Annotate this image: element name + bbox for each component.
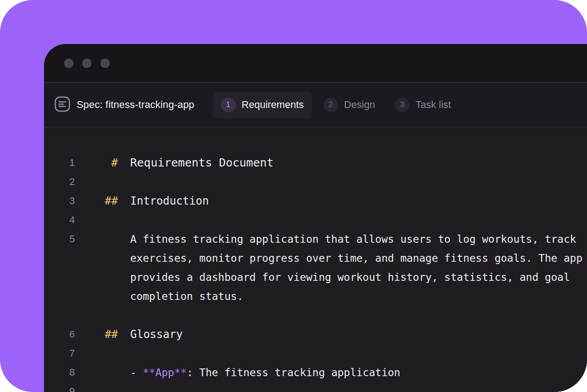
spec-tabs: 1Requirements2Design3Task list <box>213 92 460 118</box>
window-titlebar <box>44 44 587 83</box>
markdown-heading-hash <box>75 382 118 392</box>
editor-line: provides a dashboard for viewing workout… <box>44 268 587 287</box>
markdown-heading-hash <box>75 363 118 382</box>
tab-label: Task list <box>416 99 451 111</box>
line-number: 1 <box>44 153 75 172</box>
line-number <box>44 268 75 287</box>
line-number: 9 <box>44 382 75 392</box>
line-text: completion status. <box>118 287 587 306</box>
window-dot[interactable] <box>64 59 73 68</box>
text-segment: Glossary <box>130 328 183 341</box>
markdown-heading-hash <box>75 344 118 363</box>
spec-header: Spec: fitness-tracking-app 1Requirements… <box>44 83 587 127</box>
purple-frame: Spec: fitness-tracking-app 1Requirements… <box>0 0 587 392</box>
editor-line: exercises, monitor progress over time, a… <box>44 249 587 268</box>
line-number: 7 <box>44 344 75 363</box>
line-text <box>118 211 587 230</box>
editor-line: 2 <box>44 172 587 191</box>
editor-line: completion status. <box>44 287 587 306</box>
markdown-editor[interactable]: 1#Requirements Document23##Introduction4… <box>44 127 587 392</box>
editor-line: 3##Introduction <box>44 191 587 211</box>
markdown-heading-hash: ## <box>75 191 118 211</box>
text-segment: Introduction <box>130 195 209 207</box>
line-text: exercises, monitor progress over time, a… <box>118 249 587 268</box>
line-text <box>118 306 587 325</box>
line-text: - **App**: The fitness tracking applicat… <box>118 363 587 382</box>
text-segment: Requirements Document <box>130 156 274 169</box>
text-segment: exercises, monitor progress over time, a… <box>130 252 582 264</box>
tab-number-badge: 2 <box>323 98 338 113</box>
line-number: 2 <box>44 172 75 191</box>
line-text: Introduction <box>118 191 587 211</box>
line-text <box>118 382 587 392</box>
tab-label: Requirements <box>242 99 304 111</box>
markdown-heading-hash <box>75 268 118 287</box>
line-number: 3 <box>44 191 75 211</box>
line-number: 8 <box>44 363 75 382</box>
markdown-heading-hash <box>75 249 118 268</box>
text-segment: provides a dashboard for viewing workout… <box>130 271 570 283</box>
markdown-heading-hash: ## <box>75 325 118 344</box>
tab-requirements[interactable]: 1Requirements <box>213 92 312 118</box>
spec-title: Spec: fitness-tracking-app <box>77 99 195 111</box>
text-segment: A fitness tracking application that allo… <box>130 233 576 245</box>
markdown-heading-hash: # <box>75 153 118 172</box>
line-number: 4 <box>44 211 75 230</box>
line-text <box>118 172 587 191</box>
editor-line <box>44 306 587 325</box>
line-number: 5 <box>44 230 75 249</box>
markdown-heading-hash <box>75 230 118 249</box>
window-dot[interactable] <box>82 59 92 68</box>
line-number <box>44 287 75 306</box>
line-number: 6 <box>44 325 75 344</box>
markdown-heading-hash <box>75 172 118 191</box>
tab-number-badge: 1 <box>221 98 236 113</box>
line-text: Requirements Document <box>118 153 587 172</box>
line-text: Glossary <box>118 325 587 344</box>
markdown-syntax: ** <box>174 367 187 378</box>
text-segment: completion status. <box>130 290 243 302</box>
editor-line: 4 <box>44 211 587 230</box>
editor-line: 6##Glossary <box>44 325 587 344</box>
editor-line: 9 <box>44 382 587 392</box>
markdown-syntax: ** <box>143 367 156 378</box>
text-segment: - <box>130 367 143 378</box>
spec-window: Spec: fitness-tracking-app 1Requirements… <box>44 44 587 392</box>
editor-line: 7 <box>44 344 587 363</box>
tab-task-list[interactable]: 3Task list <box>386 92 459 118</box>
bold-term: App <box>155 367 174 378</box>
markdown-heading-hash <box>75 287 118 306</box>
line-text: provides a dashboard for viewing workout… <box>118 268 587 287</box>
tab-label: Design <box>344 99 375 111</box>
line-text <box>118 344 587 363</box>
spec-document-icon <box>54 96 70 114</box>
line-number <box>44 249 75 268</box>
markdown-heading-hash <box>75 211 118 230</box>
line-text: A fitness tracking application that allo… <box>118 230 587 249</box>
editor-line: 1#Requirements Document <box>44 153 587 172</box>
text-segment: : The fitness tracking application <box>187 367 401 378</box>
line-number <box>44 306 75 325</box>
editor-line: 8- **App**: The fitness tracking applica… <box>44 363 587 382</box>
markdown-heading-hash <box>75 306 118 325</box>
editor-line: 5A fitness tracking application that all… <box>44 230 587 249</box>
window-dot[interactable] <box>100 59 110 68</box>
tab-design[interactable]: 2Design <box>315 92 383 118</box>
tab-number-badge: 3 <box>395 98 410 113</box>
